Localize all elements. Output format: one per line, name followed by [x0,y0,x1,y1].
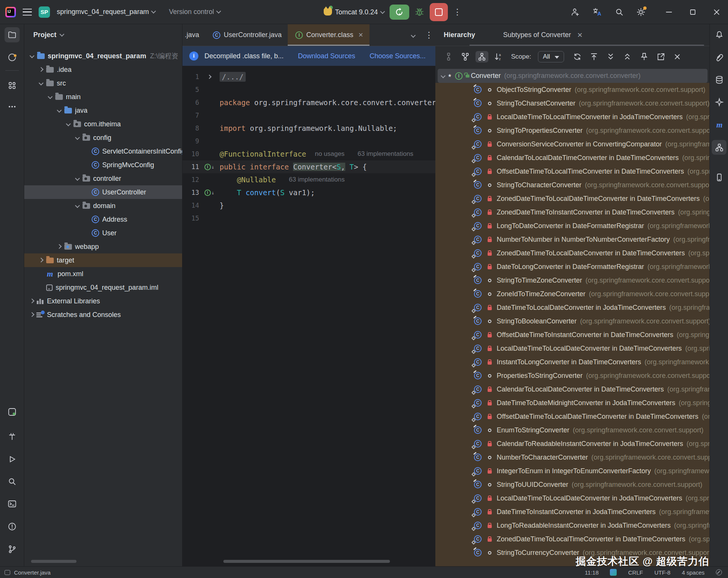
jump-to-source-icon[interactable] [588,51,600,62]
hierarchy-item-enumtostringconverter[interactable]: CEnumToStringConverter(org.springframewo… [435,423,710,437]
more-actions-icon[interactable]: ⋮ [453,10,457,14]
tab-close-icon[interactable]: ✕ [358,31,363,39]
run-configuration-selector[interactable]: Tomcat 9.0.24 [324,8,384,16]
hierarchy-item-objecttostringconverter[interactable]: CObjectToStringConverter(org.springframe… [435,83,710,96]
vcs-selector[interactable]: Version control [169,8,220,16]
tree-item-external-libraries[interactable]: External Libraries [24,294,182,308]
tree-item-src[interactable]: src [24,76,182,90]
hierarchy-item-offsetdatetimetolocaldatetimeconverter[interactable]: COffsetDateTimeToLocalDateTimeConverter … [435,410,710,423]
hierarchy-item-numbertocharacterconverter[interactable]: CNumberToCharacterConverter(org.springfr… [435,451,710,464]
maven-icon[interactable]: m [712,118,726,132]
close-icon[interactable] [713,8,720,16]
tree-chevron-icon[interactable] [38,66,45,73]
tree-item-main[interactable]: main [24,90,182,104]
code-line-10[interactable]: 10@FunctionalInterface no usages 63 impl… [182,148,435,160]
tree-chevron-icon[interactable] [29,311,36,318]
hierarchy-item-longtodateconverter[interactable]: CLongToDateConverter in DateFormatterReg… [435,219,710,233]
ai-assistant-icon[interactable] [712,50,726,65]
hierarchy-item-datetimetodatemidnightconverter[interactable]: CDateTimeToDateMidnightConverter in Joda… [435,396,710,410]
hierarchy-item-stringtouuidconverter[interactable]: CStringToUUIDConverter(org.springframewo… [435,478,710,491]
hierarchy-item-stringtotimezoneconverter[interactable]: CStringToTimeZoneConverter(org.springfra… [435,273,710,287]
hierarchy-item-zoneddatetimetoinstantconverter[interactable]: CZonedDateTimeToInstantConverter in Date… [435,205,710,219]
build-icon[interactable] [5,429,20,444]
readonly-indicator-icon[interactable] [716,569,722,575]
implementations-gutter-icon[interactable]: I [204,190,211,196]
file-encoding[interactable]: UTF-8 [654,569,670,576]
hierarchy-icon[interactable] [712,140,726,155]
tree-item-config[interactable]: config [24,131,182,144]
code-line-11[interactable]: 11I↓public interface Converter<S, T> { [182,160,435,173]
tree-chevron-icon[interactable] [38,257,45,264]
caret-position[interactable]: 11:18 [585,569,599,576]
hierarchy-item-calendartolocaldatetimeconverter[interactable]: CCalendarToLocalDateTimeConverter in Dat… [435,151,710,165]
tree-item-servletcontainersinitconfig[interactable]: CServletContainersInitConfig [24,144,182,158]
code-line-15[interactable]: 15 [182,212,435,225]
tree-chevron-icon[interactable] [56,107,63,114]
run-icon[interactable] [5,452,20,467]
find-icon[interactable] [5,474,20,489]
hierarchy-item-zoneddatetimetolocaldateconverter[interactable]: CZonedDateTimeToLocalDateConverter in Da… [435,246,710,260]
hierarchy-item-offsetdatetimetoinstantconverter[interactable]: COffsetDateTimeToInstantConverter in Dat… [435,328,710,342]
code-viewer[interactable]: 1/.../56package org.springframework.core… [182,66,435,225]
hierarchy-item-stringtobooleanconverter[interactable]: CStringToBooleanConverter(org.springfram… [435,314,710,328]
code-line-7[interactable]: 7 [182,109,435,122]
hierarchy-item-localdatetimetolocaldateconverter[interactable]: CLocalDateTimeToLocalDateConverter in Da… [435,342,710,355]
tree-chevron-icon[interactable] [47,93,54,100]
hierarchy-item-instanttolongconverter[interactable]: CInstantToLongConverter in DateTimeConve… [435,355,710,369]
line-separator[interactable]: CRLF [628,569,643,576]
tree-chevron-icon[interactable] [74,134,81,141]
tree-item--idea[interactable]: .idea [24,63,182,76]
tree-item-target[interactable]: target [24,253,182,267]
terminal-icon[interactable] [5,496,20,511]
tree-item-java[interactable]: java [24,104,182,117]
menu-icon[interactable] [23,9,32,16]
database-icon[interactable] [712,72,726,87]
download-sources-link[interactable]: Download Sources [298,52,355,60]
tree-item-springmvc-04-request-param-iml[interactable]: springmvc_04_request_param.iml [24,281,182,294]
tree-chevron-icon[interactable] [56,243,63,250]
code-line-9[interactable]: 9 [182,135,435,148]
hierarchy-tab[interactable]: Subtypes of Converter ✕ [503,31,583,39]
tree-item-springmvc-04-request-param[interactable]: springmvc_04_request_paramZ:\编程资 [24,49,182,63]
structure-icon[interactable] [5,78,20,93]
search-icon[interactable] [615,8,624,16]
plugins-sparkle-icon[interactable] [712,95,726,109]
tree-item-usercontroller[interactable]: CUserController [24,185,182,199]
hierarchy-item-zoneidtotimezoneconverter[interactable]: CZoneIdToTimeZoneConverter(org.springfra… [435,287,710,301]
project-badge[interactable]: SP [39,6,50,18]
tree-chevron-icon[interactable] [74,202,81,209]
hierarchy-item-offsetdatetimetolocaltimeconverter[interactable]: COffsetDateTimeToLocalTimeConverter in D… [435,165,710,178]
project-panel-header[interactable]: Project [24,24,182,39]
tab-options-icon[interactable]: ⋮ [425,33,429,37]
code-line-14[interactable]: 14} [182,199,435,212]
supertypes-icon[interactable] [459,51,472,62]
hierarchy-item-conversionserviceconverter[interactable]: CConversionServiceConverter in Convertin… [435,137,710,151]
services-icon[interactable] [5,404,20,420]
code-line-8[interactable]: 8import org.springframework.lang.Nullabl… [182,122,435,135]
tree-item-webapp[interactable]: webapp [24,240,182,253]
subtypes-icon[interactable] [475,51,488,62]
hierarchy-item-integertoenum[interactable]: CIntegerToEnum in IntegerToEnumConverter… [435,464,710,478]
tree-chevron-icon[interactable] [38,80,45,87]
tree-item-springmvcconfig[interactable]: CSpringMvcConfig [24,158,182,172]
hierarchy-item-zoneddatetimetolocaldatetimeconverter[interactable]: CZonedDateTimeToLocalDateTimeConverter i… [435,192,710,205]
code-line-5[interactable]: 5 [182,83,435,96]
tree-chevron-icon[interactable] [29,53,36,59]
tree-item-domain[interactable]: domain [24,199,182,213]
hierarchy-item-stringtopropertiesconverter[interactable]: CStringToPropertiesConverter(org.springf… [435,124,710,137]
minimize-icon[interactable] [665,8,673,16]
sort-alphabetically-icon[interactable]: az [492,51,505,62]
commit-icon[interactable] [5,50,20,65]
translate-icon[interactable]: A [592,8,602,17]
tab-usercontroller[interactable]: C UserController.java [205,24,288,46]
rerun-button[interactable] [390,5,409,20]
tab-converter-class[interactable]: I Converter.class ✕ [288,24,369,46]
hierarchy-item-longtoreadableinstantconverter[interactable]: CLongToReadableInstantConverter in JodaT… [435,519,710,532]
tree-item-user[interactable]: CUser [24,226,182,240]
status-file-name[interactable]: Converter.java [14,569,51,576]
indent-setting[interactable]: 4 spaces [682,569,705,576]
notifications-bell-icon[interactable] [712,27,726,42]
hierarchy-item-datetolongconverter[interactable]: CDateToLongConverter in DateFormatterReg… [435,260,710,273]
hierarchy-root-row[interactable]: * I Converter (org.springframework.core.… [438,69,708,83]
hierarchy-item-stringtocharacterconverter[interactable]: CStringToCharacterConverter(org.springfr… [435,178,710,192]
